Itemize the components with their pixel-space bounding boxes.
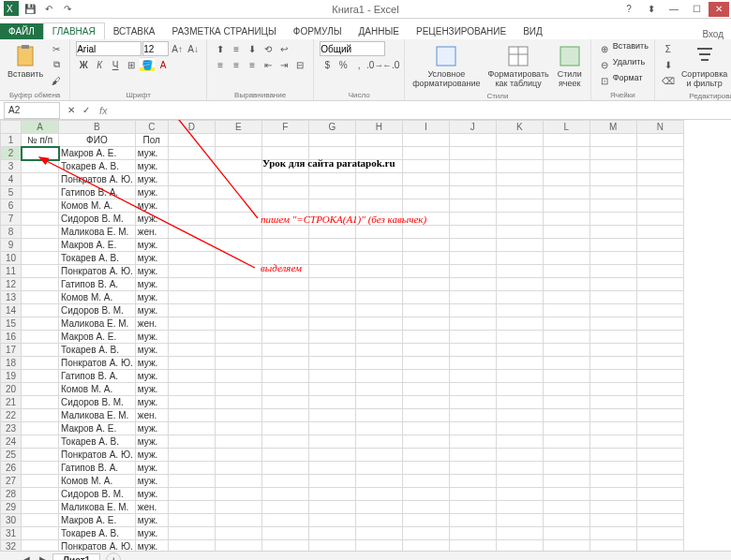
col-header-J[interactable]: J xyxy=(449,121,496,134)
cell[interactable] xyxy=(215,331,261,344)
orientation-icon[interactable]: ⟲ xyxy=(261,41,276,56)
cell[interactable] xyxy=(636,317,683,331)
cell[interactable] xyxy=(355,199,402,213)
cell[interactable] xyxy=(215,357,261,370)
cell[interactable] xyxy=(543,357,589,370)
cell[interactable] xyxy=(496,540,543,552)
cell[interactable] xyxy=(308,422,355,435)
cell[interactable] xyxy=(636,527,683,540)
cell[interactable] xyxy=(496,186,543,199)
cell[interactable] xyxy=(355,370,402,383)
cell[interactable] xyxy=(402,514,449,527)
cell[interactable] xyxy=(402,199,449,213)
cell[interactable] xyxy=(589,252,636,265)
cell[interactable] xyxy=(449,357,496,370)
cell[interactable] xyxy=(543,213,589,226)
conditional-format-button[interactable]: Условное форматирование xyxy=(410,41,482,91)
cell[interactable] xyxy=(261,160,308,173)
cell[interactable] xyxy=(496,265,543,278)
cell[interactable] xyxy=(589,435,636,449)
cell[interactable] xyxy=(449,435,496,449)
cell[interactable] xyxy=(636,370,683,383)
cell[interactable] xyxy=(308,344,355,357)
cell[interactable] xyxy=(168,226,215,239)
cell[interactable] xyxy=(636,173,683,186)
cell[interactable] xyxy=(543,449,589,462)
cell[interactable] xyxy=(355,514,402,527)
cell[interactable] xyxy=(543,186,589,199)
cell[interactable] xyxy=(261,422,308,435)
cell[interactable] xyxy=(636,514,683,527)
cell[interactable] xyxy=(261,527,308,540)
cell[interactable] xyxy=(215,396,261,409)
cell[interactable] xyxy=(215,409,261,422)
format-painter-icon[interactable]: 🖌 xyxy=(49,73,64,88)
cell[interactable]: муж. xyxy=(135,278,168,291)
cell[interactable]: муж. xyxy=(135,265,168,278)
cell[interactable]: Токарев А. В. xyxy=(59,344,136,357)
cell[interactable] xyxy=(308,265,355,278)
formula-input[interactable] xyxy=(113,102,731,119)
bold-button[interactable]: Ж xyxy=(76,57,91,72)
sheet-tab[interactable]: Лист1 xyxy=(52,553,100,561)
cell[interactable] xyxy=(261,213,308,226)
cell[interactable] xyxy=(261,514,308,527)
cell[interactable]: Пол xyxy=(135,134,168,147)
cell[interactable] xyxy=(636,199,683,213)
cell[interactable] xyxy=(589,291,636,304)
cell[interactable] xyxy=(355,186,402,199)
cell[interactable] xyxy=(402,291,449,304)
cell[interactable] xyxy=(168,147,215,160)
close-button[interactable]: ✕ xyxy=(709,2,729,17)
row-header[interactable]: 22 xyxy=(1,409,22,422)
cell[interactable] xyxy=(168,396,215,409)
cell[interactable] xyxy=(308,462,355,475)
cell[interactable] xyxy=(168,527,215,540)
cell[interactable] xyxy=(355,462,402,475)
row-header[interactable]: 4 xyxy=(1,173,22,186)
border-icon[interactable]: ⊞ xyxy=(124,57,139,72)
cell[interactable] xyxy=(355,304,402,317)
cell[interactable] xyxy=(496,304,543,317)
cell[interactable] xyxy=(636,344,683,357)
row-header[interactable]: 12 xyxy=(1,278,22,291)
cell[interactable] xyxy=(168,199,215,213)
wrap-text-icon[interactable]: ↩ xyxy=(276,41,291,56)
cell[interactable] xyxy=(168,344,215,357)
cell[interactable]: Понкратов А. Ю. xyxy=(59,357,136,370)
cell[interactable] xyxy=(543,527,589,540)
fx-icon[interactable]: fx xyxy=(94,105,113,116)
cell[interactable] xyxy=(449,160,496,173)
cell[interactable]: Токарев А. В. xyxy=(59,435,136,449)
cell[interactable] xyxy=(543,160,589,173)
tab-formulas[interactable]: ФОРМУЛЫ xyxy=(285,23,351,39)
percent-icon[interactable]: % xyxy=(336,57,351,72)
cell[interactable] xyxy=(308,173,355,186)
col-header-E[interactable]: E xyxy=(215,121,261,134)
cell[interactable] xyxy=(496,344,543,357)
cell[interactable] xyxy=(449,514,496,527)
cell[interactable] xyxy=(402,488,449,501)
sheet-nav-prev-icon[interactable]: ◀ xyxy=(19,553,34,561)
cell[interactable] xyxy=(449,226,496,239)
cell-styles-button[interactable]: Стили ячеек xyxy=(555,41,585,91)
cell[interactable] xyxy=(402,462,449,475)
cell[interactable] xyxy=(308,475,355,488)
cell[interactable] xyxy=(215,304,261,317)
tab-layout[interactable]: РАЗМЕТКА СТРАНИЦЫ xyxy=(164,23,285,39)
cell[interactable]: Понкратов А. Ю. xyxy=(59,265,136,278)
cell[interactable] xyxy=(308,199,355,213)
cell[interactable] xyxy=(496,134,543,147)
cell[interactable] xyxy=(543,540,589,552)
cell[interactable] xyxy=(402,147,449,160)
cell[interactable] xyxy=(22,475,59,488)
indent-inc-icon[interactable]: ⇥ xyxy=(276,57,291,72)
cell[interactable]: муж. xyxy=(135,527,168,540)
cell[interactable] xyxy=(589,226,636,239)
cell[interactable] xyxy=(215,449,261,462)
cell[interactable] xyxy=(168,304,215,317)
cell[interactable] xyxy=(215,160,261,173)
cell[interactable] xyxy=(355,317,402,331)
cell[interactable] xyxy=(636,265,683,278)
cell[interactable] xyxy=(589,344,636,357)
